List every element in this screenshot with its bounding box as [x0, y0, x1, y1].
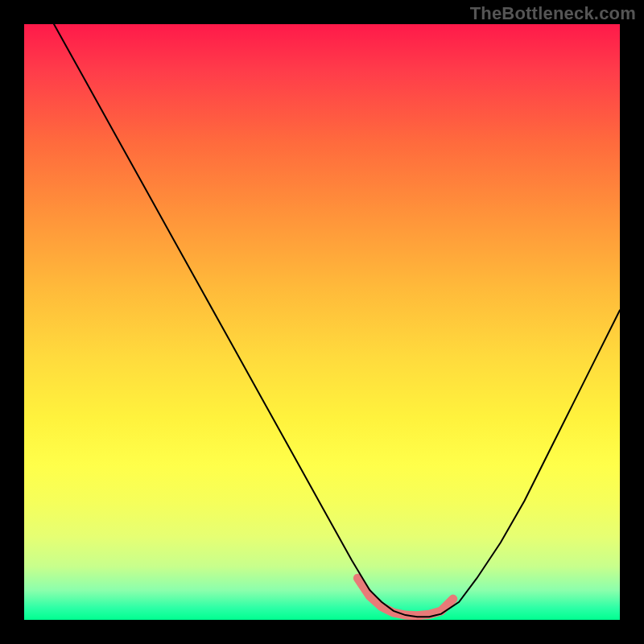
watermark-label: TheBottleneck.com — [470, 3, 636, 24]
chart-frame: TheBottleneck.com — [0, 0, 644, 644]
bottleneck-curve — [54, 24, 620, 617]
optimal-band-curve — [357, 578, 452, 616]
plot-area — [24, 24, 620, 620]
curves-svg — [24, 24, 620, 620]
